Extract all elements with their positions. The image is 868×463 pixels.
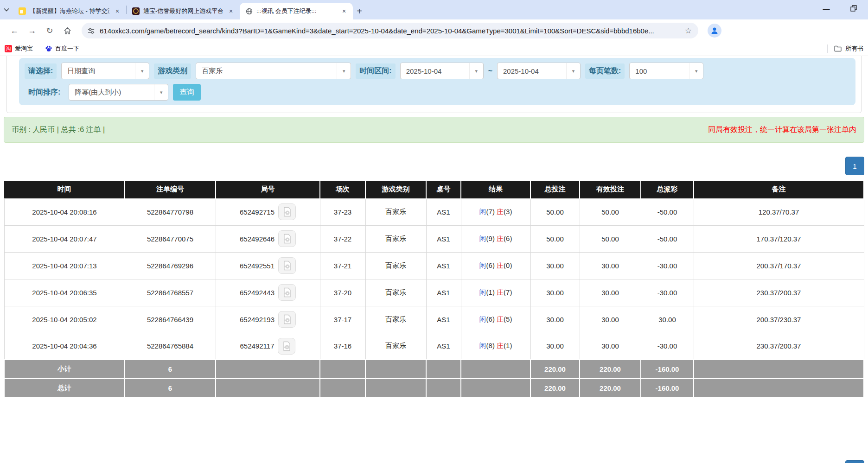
home-icon[interactable] <box>59 23 75 38</box>
tab-title: 通宝-信誉最好的网上游戏平台 <box>143 7 223 15</box>
divider <box>827 44 828 53</box>
game-cell: 百家乐 <box>365 225 426 252</box>
table-no-cell: AS1 <box>426 333 461 360</box>
date-end-value: 2025-10-04 <box>498 67 566 75</box>
total-bet-link[interactable]: 30.00 <box>530 252 580 279</box>
minimize-button[interactable]: — <box>820 5 833 13</box>
close-icon[interactable]: × <box>113 7 121 15</box>
taobao-icon: 淘 <box>5 45 12 52</box>
game-cell: 百家乐 <box>365 279 426 306</box>
date-end-dropdown[interactable]: 2025-10-04 ▾ <box>497 63 581 79</box>
chevron-down-icon: ▾ <box>337 63 351 79</box>
payout-cell: -30.00 <box>641 333 694 360</box>
subtotal-total-bet: 220.00 <box>530 360 580 379</box>
date-start-dropdown[interactable]: 2025-10-04 ▾ <box>400 63 484 79</box>
session-cell: 37-16 <box>320 333 365 360</box>
subtotal-payout: -160.00 <box>641 360 694 379</box>
page-size-dropdown[interactable]: 100 ▾ <box>629 63 703 79</box>
search-button[interactable]: 查询 <box>173 84 201 101</box>
tab-search-button[interactable] <box>0 0 13 19</box>
reload-icon[interactable]: ↻ <box>42 23 57 38</box>
total-bet-link[interactable]: 50.00 <box>530 198 580 225</box>
summary-info-bar: 币别 : 人民币 | 总共 :6 注单 | 同局有效投注，统一计算在该局第一张注… <box>4 117 864 143</box>
remark-cell: 200.37/170.37 <box>694 252 864 279</box>
subtotal-count: 6 <box>125 360 216 379</box>
tab-haiyan-forum[interactable]: 【新提醒】海燕论坛 - 博学交流 × <box>13 3 126 19</box>
site-info-icon[interactable] <box>87 27 95 35</box>
total-bet-link[interactable]: 30.00 <box>530 333 580 360</box>
close-icon[interactable]: × <box>227 7 235 15</box>
game-type-dropdown[interactable]: 百家乐 ▾ <box>196 63 351 79</box>
forward-icon[interactable]: → <box>24 23 40 38</box>
result-cell: 闲(6) 庄(5) <box>461 306 530 333</box>
table-row: 2025-10-04 20:04:36 522864765884 6524921… <box>4 333 864 360</box>
chevron-down-icon: ▾ <box>689 63 703 79</box>
game-cell: 百家乐 <box>365 333 426 360</box>
table-no-cell: AS1 <box>426 306 461 333</box>
session-cell: 37-21 <box>320 252 365 279</box>
back-icon[interactable]: ← <box>6 23 22 38</box>
remark-cell: 230.37/200.37 <box>694 333 864 360</box>
tab-tongbao[interactable]: 通宝-信誉最好的网上游戏平台 × <box>127 3 240 19</box>
table-row: 2025-10-04 20:07:47 522864770075 6524926… <box>4 225 864 252</box>
restore-window-button[interactable] <box>850 5 863 12</box>
valid-bet-cell: 30.00 <box>580 333 641 360</box>
profile-avatar[interactable] <box>708 24 721 38</box>
table-row: 2025-10-04 20:06:35 522864768557 6524924… <box>4 279 864 306</box>
bookmark-label: 百度一下 <box>55 44 79 53</box>
page-1-button-bottom[interactable]: 1 <box>845 460 864 463</box>
time-cell: 2025-10-04 20:05:02 <box>4 306 125 333</box>
query-type-dropdown[interactable]: 日期查询 ▾ <box>61 63 149 79</box>
time-cell: 2025-10-04 20:04:36 <box>4 333 125 360</box>
video-replay-icon[interactable] <box>278 230 296 247</box>
bet-id-cell: 522864766439 <box>125 306 216 333</box>
sort-dropdown[interactable]: 降幂(由大到小) ▾ <box>69 84 168 101</box>
new-tab-button[interactable]: + <box>353 3 366 19</box>
video-replay-icon[interactable] <box>278 257 296 274</box>
total-bet-link[interactable]: 30.00 <box>530 306 580 333</box>
total-bet-link[interactable]: 30.00 <box>530 279 580 306</box>
time-cell: 2025-10-04 20:07:13 <box>4 252 125 279</box>
bookmark-aitaobao[interactable]: 淘 爱淘宝 <box>5 44 33 53</box>
baidu-paw-icon <box>45 45 52 52</box>
valid-bet-cell: 30.00 <box>580 279 641 306</box>
game-cell: 百家乐 <box>365 198 426 225</box>
table-row: 2025-10-04 20:07:13 522864769296 6524925… <box>4 252 864 279</box>
time-cell: 2025-10-04 20:06:35 <box>4 279 125 306</box>
all-bookmarks-label[interactable]: 所有书 <box>845 44 863 53</box>
subtotal-valid-bet: 220.00 <box>580 360 641 379</box>
col-round-id: 局号 <box>216 181 320 198</box>
game-type-label: 游戏类别 <box>154 63 191 79</box>
bookmark-label: 爱淘宝 <box>15 44 33 53</box>
time-cell: 2025-10-04 20:07:47 <box>4 225 125 252</box>
round-id: 652492646 <box>240 235 274 243</box>
bet-records-table: 时间 注单编号 局号 场次 游戏类别 桌号 结果 总投注 有效投注 总派彩 备注… <box>4 181 864 398</box>
bookmark-star-icon[interactable]: ☆ <box>684 26 693 36</box>
video-replay-icon[interactable] <box>278 203 296 220</box>
total-bet-link[interactable]: 50.00 <box>530 225 580 252</box>
currency-total-text: 币别 : 人民币 | 总共 :6 注单 | <box>12 125 105 135</box>
url-bar[interactable]: 614oxkc3.com/game/betrecord_search/kind3… <box>82 23 698 38</box>
payout-cell: -50.00 <box>641 225 694 252</box>
badge-icon <box>132 7 140 15</box>
tab-title: 【新提醒】海燕论坛 - 博学交流 <box>30 7 109 15</box>
date-tilde: ~ <box>488 67 492 75</box>
round-id: 652492443 <box>240 289 274 297</box>
round-id: 652492117 <box>240 342 274 350</box>
sort-value: 降幂(由大到小) <box>69 88 154 97</box>
round-id: 652492715 <box>240 208 274 216</box>
tab-bet-records-active[interactable]: :::视讯 会员下注纪录::: × <box>240 3 353 19</box>
close-icon[interactable]: × <box>340 7 348 15</box>
filter-panel: 请选择: 日期查询 ▾ 游戏类别 百家乐 ▾ 时间区间: 2025-10-04 … <box>19 58 855 105</box>
game-type-value: 百家乐 <box>196 67 337 76</box>
video-replay-icon[interactable] <box>278 338 295 355</box>
page-size-label: 每页笔数: <box>585 63 625 79</box>
query-type-value: 日期查询 <box>62 67 135 76</box>
table-row: 2025-10-04 20:05:02 522864766439 6524921… <box>4 306 864 333</box>
page-1-button[interactable]: 1 <box>845 157 864 175</box>
bookmark-baidu[interactable]: 百度一下 <box>45 44 79 53</box>
col-table-no: 桌号 <box>426 181 461 198</box>
video-replay-icon[interactable] <box>278 284 296 301</box>
payout-cell: -30.00 <box>641 279 694 306</box>
video-replay-icon[interactable] <box>278 311 296 328</box>
